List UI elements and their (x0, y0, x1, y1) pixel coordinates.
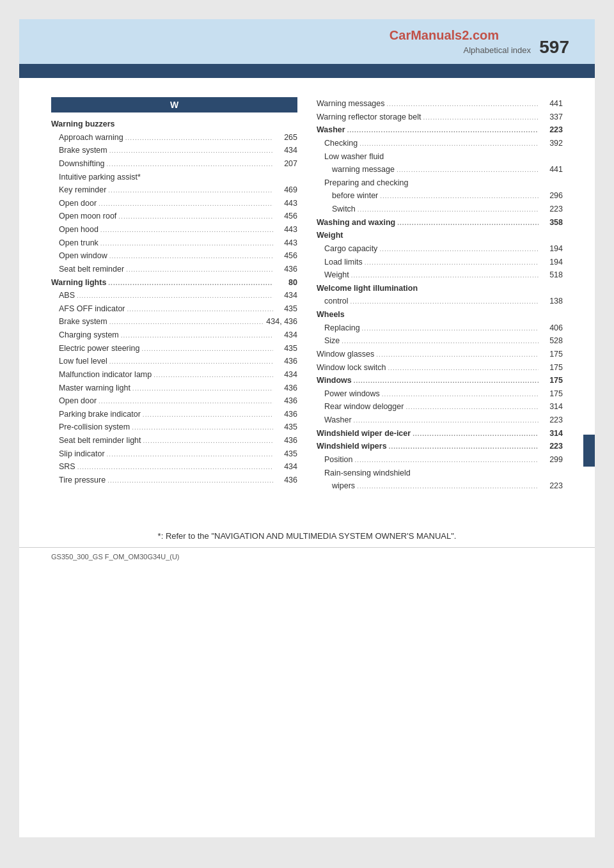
entry-page: 436 (275, 382, 297, 395)
entry-dots: ........................................… (388, 363, 539, 374)
list-item: Tire pressure...........................… (51, 474, 297, 487)
list-item: Cargo capacity..........................… (317, 242, 563, 256)
list-item: Switch..................................… (317, 203, 563, 216)
entry-page: 435 (275, 302, 297, 316)
right-column: Warning messages........................… (317, 97, 563, 493)
entry-dots: ........................................… (143, 410, 273, 421)
list-item: Brake system............................… (51, 144, 297, 157)
entry-page: 436 (275, 355, 297, 368)
entry-page: 175 (540, 387, 563, 401)
entry-page: 434 (275, 329, 297, 342)
entry-label: Parking brake indicator (59, 408, 141, 421)
entry-label: Brake system (59, 315, 107, 329)
list-item: Weight..................................… (317, 268, 563, 282)
list-item: ABS.....................................… (51, 289, 297, 302)
entry-label: Brake system (59, 144, 107, 157)
page-number: 597 (539, 37, 569, 58)
entry-dots: ........................................… (351, 270, 539, 281)
right-index-entries: Warning messages........................… (317, 97, 563, 493)
list-item: Open door...............................… (51, 197, 297, 210)
entry-page: 80 (275, 276, 297, 290)
list-item: Brake system............................… (51, 315, 297, 329)
entry-label: Windshield wipers (317, 440, 387, 453)
entry-label: Warning reflector storage belt (317, 111, 421, 124)
entry-page: 434, 436 (266, 315, 297, 329)
entry-label: Washer (324, 414, 352, 427)
entry-dots: ........................................… (107, 476, 273, 486)
entry-dots: ........................................… (362, 323, 539, 334)
right-accent-bar (583, 435, 595, 467)
entry-page: 518 (540, 268, 563, 282)
list-item: Open trunk..............................… (51, 236, 297, 250)
entry-page: 194 (540, 242, 563, 256)
entry-page: 441 (540, 97, 563, 111)
entry-page: 435 (275, 447, 297, 461)
entry-dots: ........................................… (109, 146, 273, 157)
entry-dots: ........................................… (350, 297, 539, 307)
entry-label: Seat belt reminder (59, 263, 124, 276)
entry-dots: ........................................… (127, 304, 274, 315)
entry-page: 194 (540, 256, 563, 269)
entry-page: 436 (275, 408, 297, 421)
list-item: Warning buzzers (51, 118, 297, 131)
entry-label: Weight (324, 268, 349, 282)
left-column: W Warning buzzersApproach warning.......… (51, 97, 297, 493)
entry-page: 528 (540, 334, 563, 348)
list-item: Key reminder............................… (51, 183, 297, 197)
entry-dots: ........................................… (397, 218, 539, 229)
entry-label: Windshield wiper de-icer (317, 427, 411, 440)
list-item: Seat belt reminder......................… (51, 263, 297, 276)
list-item: before winter...........................… (317, 189, 563, 203)
entry-dots: ........................................… (108, 278, 273, 289)
list-item: Open window.............................… (51, 249, 297, 263)
entry-dots: ........................................… (342, 336, 539, 347)
entry-label: Open door (59, 394, 97, 408)
entry-dots: ........................................… (141, 344, 273, 355)
entry-label: Window glasses (317, 348, 374, 361)
entry-dots: ........................................… (100, 225, 273, 236)
entry-label: warning message (332, 163, 395, 176)
entry-dots: ........................................… (382, 389, 539, 400)
content-area: W Warning buzzersApproach warning.......… (19, 78, 595, 512)
entry-page: 175 (540, 374, 563, 387)
entry-label: Open trunk (59, 236, 98, 250)
entry-dots: ........................................… (132, 422, 273, 433)
entry-dots: ........................................… (109, 317, 265, 328)
list-item: Approach warning........................… (51, 131, 297, 144)
list-item: Wheels (317, 308, 563, 322)
entry-dots: ........................................… (98, 396, 273, 407)
entry-page: 469 (275, 183, 297, 197)
entry-label: Position (324, 453, 352, 467)
section-header-w: W (51, 97, 297, 112)
brand-logo: CarManuals2.com (390, 28, 499, 43)
entry-label: Rear window delogger (324, 400, 404, 414)
list-item: Welcome light illumination (317, 282, 563, 295)
left-index-entries: Warning buzzersApproach warning.........… (51, 118, 297, 487)
entry-label: Window lock switch (317, 361, 386, 375)
entry-label: Electric power steering (59, 342, 139, 355)
entry-dots: ........................................… (357, 481, 539, 492)
entry-label: Tire pressure (59, 474, 106, 487)
entry-label: Malfunction indicator lamp (59, 368, 152, 382)
entry-dots: ........................................… (107, 449, 273, 460)
list-item: Warning messages........................… (317, 97, 563, 111)
blue-bar (19, 64, 595, 78)
entry-label: Open hood (59, 223, 98, 236)
entry-label: Switch (332, 203, 356, 216)
entry-dots: ........................................… (376, 350, 539, 360)
list-item: Washing and waxing......................… (317, 216, 563, 229)
entry-page: 207 (275, 157, 297, 171)
entry-page: 435 (275, 342, 297, 355)
entry-label: Checking (324, 137, 358, 150)
list-item: Windshield wiper de-icer................… (317, 427, 563, 440)
entry-label: Power windows (324, 387, 380, 401)
entry-label: Key reminder (59, 183, 106, 197)
entry-dots: ........................................… (118, 212, 273, 222)
entry-page: 441 (540, 163, 563, 176)
entry-page: 314 (540, 400, 563, 414)
entry-dots: ........................................… (365, 258, 539, 268)
entry-dots: ........................................… (347, 125, 539, 136)
entry-dots: ........................................… (413, 429, 539, 440)
entry-dots: ........................................… (387, 99, 539, 110)
list-item: Charging system.........................… (51, 329, 297, 342)
